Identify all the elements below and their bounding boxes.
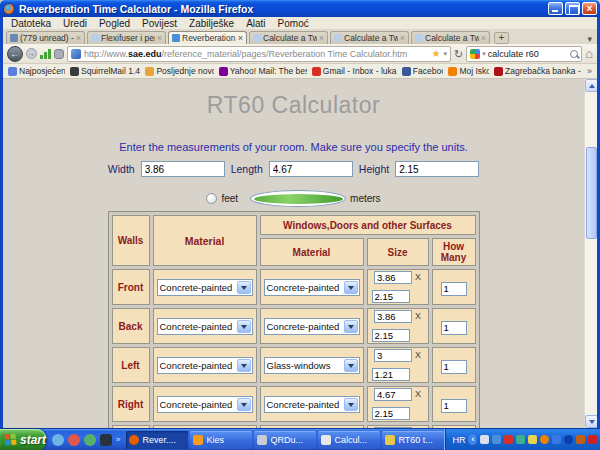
scroll-down-icon[interactable] <box>585 415 597 428</box>
unit-meters[interactable]: meters <box>250 190 381 207</box>
meters-radio[interactable] <box>250 190 346 207</box>
material-select[interactable]: Concrete-painted <box>157 357 253 374</box>
size-width-field[interactable] <box>374 349 412 362</box>
url-bar[interactable]: http://www.sae.edu/reference_material/pa… <box>67 46 451 62</box>
quick-launch-icon-1[interactable] <box>52 434 64 446</box>
how-many-field[interactable] <box>441 321 467 335</box>
maximize-button[interactable] <box>565 2 580 15</box>
start-button[interactable]: start <box>0 429 46 450</box>
forward-button[interactable]: → <box>26 48 37 59</box>
scroll-up-icon[interactable] <box>585 79 597 92</box>
tab-calculate-2[interactable]: Calculate a Two-Dime... × <box>330 31 409 44</box>
win-material-select[interactable]: Glass-windows <box>264 357 360 374</box>
close-button[interactable]: × <box>582 2 597 15</box>
how-many-field[interactable] <box>441 282 467 296</box>
tray-icon-3[interactable] <box>504 435 513 444</box>
tab-close-icon[interactable]: × <box>76 33 81 44</box>
tab-reverberation-active[interactable]: Reverberation Time C... × <box>168 31 247 44</box>
bookmark-moj-iskon[interactable]: Moj Iskon <box>448 66 489 76</box>
new-tab-button[interactable]: + <box>494 32 509 44</box>
star-dropdown-icon[interactable]: ▾ <box>443 50 447 58</box>
win-material-select[interactable]: Concrete-painted <box>264 396 360 413</box>
menu-povijest[interactable]: Povijest <box>136 17 183 30</box>
menu-pogled[interactable]: Pogled <box>93 17 136 30</box>
minimize-button[interactable] <box>548 2 563 15</box>
quick-launch-icon-3[interactable] <box>84 434 96 446</box>
feet-radio[interactable] <box>206 193 217 204</box>
tray-icon-4[interactable] <box>516 435 525 444</box>
extension-bars-icon[interactable] <box>40 48 51 59</box>
height-field[interactable] <box>395 161 479 177</box>
extension-icon[interactable] <box>54 49 64 59</box>
task-button-qrdude[interactable]: QRDu... <box>254 431 316 449</box>
menu-zabiljeske[interactable]: Zabilješke <box>183 17 240 30</box>
search-box[interactable]: ▾ calculate r60 <box>466 46 582 62</box>
google-logo-icon[interactable] <box>470 49 480 59</box>
vertical-scrollbar[interactable] <box>584 79 597 428</box>
task-button-firefox[interactable]: Rever.... <box>126 431 188 449</box>
tab-close-icon[interactable]: × <box>157 33 162 44</box>
win-material-select[interactable]: Concrete-painted <box>264 318 360 335</box>
bookmark-gmail[interactable]: Gmail - Inbox - luka.u... <box>312 66 397 76</box>
size-height-field[interactable] <box>372 329 410 342</box>
size-width-field[interactable] <box>374 388 412 401</box>
quick-launch-icon-4[interactable] <box>100 434 112 446</box>
task-button-calculator[interactable]: Calcul... <box>318 431 380 449</box>
reload-icon[interactable]: ↻ <box>454 46 463 62</box>
size-height-field[interactable] <box>372 290 410 303</box>
size-height-field[interactable] <box>372 368 410 381</box>
tab-calculate-3[interactable]: Calculate a Two-Dime... × <box>411 31 490 44</box>
tray-icon-5[interactable] <box>528 435 537 444</box>
bookmark-posljednje-novosti[interactable]: Posljednje novosti <box>145 66 213 76</box>
menu-pomoc[interactable]: Pomoć <box>272 17 315 30</box>
win-material-select[interactable]: Concrete-painted <box>264 279 360 296</box>
tray-icon-1[interactable] <box>480 435 489 444</box>
size-width-field[interactable] <box>374 310 412 323</box>
tab-close-icon[interactable]: × <box>238 33 243 44</box>
list-all-tabs-icon[interactable]: ▾ <box>587 34 594 44</box>
tray-icon-7[interactable] <box>552 435 561 444</box>
bookmark-squirrelmail[interactable]: SquirrelMail 1.4.15 <box>70 66 140 76</box>
material-select[interactable]: Concrete-painted <box>157 396 253 413</box>
quick-launch-overflow-icon[interactable]: » <box>116 435 120 444</box>
task-button-kies[interactable]: Kies <box>190 431 252 449</box>
unit-feet[interactable]: feet <box>206 193 238 204</box>
scrollbar-thumb[interactable] <box>586 147 597 239</box>
tab-webmail[interactable]: (779 unread) - bebopl... × <box>6 31 85 44</box>
bookmark-yahoo-mail[interactable]: Yahoo! Mail: The best ... <box>219 66 307 76</box>
bookmark-star-icon[interactable]: ★ <box>431 47 440 61</box>
bookmark-zagrebacka-banka[interactable]: Zagrebačka banka - N... <box>494 66 582 76</box>
length-field[interactable] <box>269 161 353 177</box>
how-many-field[interactable] <box>441 399 467 413</box>
bluetooth-tray-icon[interactable] <box>564 435 573 444</box>
back-button[interactable]: ← <box>7 46 23 62</box>
menu-datoteka[interactable]: Datoteka <box>5 17 57 30</box>
width-field[interactable] <box>141 161 225 177</box>
material-select[interactable]: Concrete-painted <box>157 318 253 335</box>
bookmarks-overflow-icon[interactable]: » <box>587 66 592 76</box>
tab-close-icon[interactable]: × <box>400 33 405 44</box>
search-input[interactable]: calculate r60 <box>488 49 568 59</box>
tab-close-icon[interactable]: × <box>319 33 324 44</box>
home-icon[interactable]: ⌂ <box>585 46 593 62</box>
quick-launch-icon-2[interactable] <box>68 434 80 446</box>
tray-chevron-icon[interactable]: ‹ <box>468 434 477 445</box>
search-engine-dropdown-icon[interactable]: ▾ <box>482 50 486 58</box>
tab-close-icon[interactable]: × <box>481 33 486 44</box>
size-width-field[interactable] <box>374 271 412 284</box>
material-select[interactable]: Concrete-painted <box>157 279 253 296</box>
size-height-field[interactable] <box>372 407 410 420</box>
search-icon[interactable] <box>570 50 578 58</box>
menu-uredi[interactable]: Uredi <box>57 17 93 30</box>
menu-alati[interactable]: Alati <box>240 17 271 30</box>
tab-flexifuser[interactable]: Flexifuser i perforirani ... × <box>87 31 166 44</box>
language-indicator[interactable]: HR <box>452 435 465 445</box>
tray-icon-2[interactable] <box>492 435 501 444</box>
tray-icon-10[interactable] <box>588 435 597 444</box>
task-button-rt60[interactable]: RT60 t... <box>382 431 444 449</box>
tray-icon-9[interactable] <box>576 435 585 444</box>
tray-icon-6[interactable] <box>540 435 549 444</box>
bookmark-najposjecenije[interactable]: Najposjećenije <box>8 66 65 76</box>
bookmark-facebook[interactable]: Facebook <box>402 66 444 76</box>
how-many-field[interactable] <box>441 360 467 374</box>
